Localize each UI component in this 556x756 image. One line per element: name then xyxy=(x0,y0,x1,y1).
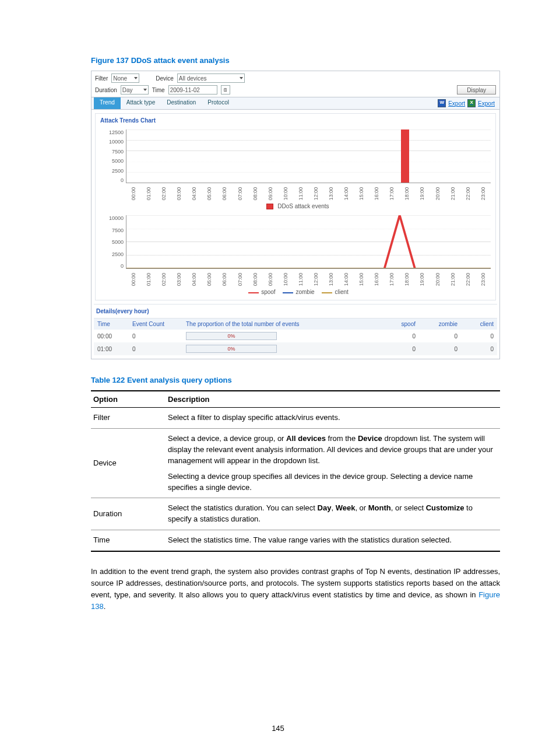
export-excel-link[interactable]: Export xyxy=(478,100,495,107)
table-row: Duration Select the statistics duration.… xyxy=(91,498,500,530)
time-input[interactable]: 2009-11-02 xyxy=(168,85,217,94)
device-label: Device xyxy=(156,75,174,82)
col-zombie: zombie xyxy=(419,318,461,330)
tab-destination[interactable]: Destination xyxy=(161,97,202,109)
body-paragraph: In addition to the event trend graph, th… xyxy=(91,566,500,613)
device-select[interactable]: All devices xyxy=(177,74,245,83)
col-option: Option xyxy=(91,391,166,408)
y-tick: 0 xyxy=(100,263,124,269)
details-title: Details(every hour) xyxy=(94,304,497,318)
screenshot-panel: Filter None Device All devices Duration … xyxy=(91,71,500,359)
line-chart-svg xyxy=(126,215,491,268)
tab-protocol[interactable]: Protocol xyxy=(202,97,235,109)
table-row: Filter Select a filter to display specif… xyxy=(91,408,500,429)
time-label: Time xyxy=(152,87,165,93)
legend-swatch xyxy=(266,204,273,209)
col-proportion: The proportion of the total number of ev… xyxy=(182,318,383,330)
table-row: 01:00 0 0% 0 0 0 xyxy=(94,342,497,355)
display-button[interactable]: Display xyxy=(457,85,496,94)
col-spoof: spoof xyxy=(383,318,419,330)
duration-value: Day xyxy=(122,87,133,93)
device-value: All devices xyxy=(179,75,207,82)
legend-label: client xyxy=(335,289,348,295)
calendar-icon[interactable]: 🗓 xyxy=(221,85,230,94)
export-word-link[interactable]: Export xyxy=(448,100,465,107)
table-row: Time Select the statistics time. The val… xyxy=(91,530,500,551)
export-excel-icon[interactable]: X xyxy=(467,99,476,107)
details-table: Time Event Count The proportion of the t… xyxy=(94,318,497,355)
export-word-icon[interactable]: W xyxy=(438,99,446,107)
y-tick: 2500 xyxy=(100,251,124,257)
filter-value: None xyxy=(113,75,127,82)
y-tick: 7500 xyxy=(100,228,124,233)
y-tick: 0 xyxy=(100,177,124,183)
chevron-down-icon xyxy=(143,89,147,91)
filter-select[interactable]: None xyxy=(111,74,139,83)
filter-label: Filter xyxy=(95,75,108,82)
table-row: Device Select a device, a device group, … xyxy=(91,429,500,498)
y-tick: 12500 xyxy=(100,130,124,135)
x-axis-ticks-line: 00:0001:0002:0003:0004:0005:0006:0007:00… xyxy=(126,271,491,288)
legend-label: zombie xyxy=(295,289,314,295)
legend-label: spoof xyxy=(261,289,275,295)
proportion-bar: 0% xyxy=(186,332,277,340)
chevron-down-icon xyxy=(240,77,243,79)
tab-attack-type[interactable]: Attack type xyxy=(121,97,161,109)
proportion-bar: 0% xyxy=(186,345,277,353)
y-tick: 2500 xyxy=(100,168,124,174)
table-row: 00:00 0 0% 0 0 0 xyxy=(94,330,497,342)
y-tick: 10000 xyxy=(100,215,124,221)
figure-title: Figure 137 DDoS attack event analysis xyxy=(91,56,500,65)
attack-trends-chart: Attack Trends Chart 12500 10000 7500 500… xyxy=(95,113,496,300)
y-tick: 7500 xyxy=(100,149,124,155)
col-time: Time xyxy=(94,318,129,330)
duration-select[interactable]: Day xyxy=(121,85,149,94)
duration-label: Duration xyxy=(95,87,117,93)
col-client: client xyxy=(461,318,497,330)
page-number: 145 xyxy=(0,724,556,733)
legend-line: spoof zombie client xyxy=(100,288,491,299)
col-description: Description xyxy=(166,391,500,408)
x-axis-ticks-bar: 00:0001:0002:0003:0004:0005:0006:0007:00… xyxy=(126,186,491,202)
y-tick: 10000 xyxy=(100,139,124,145)
bar-18 xyxy=(401,130,409,183)
details-section: Details(every hour) Time Event Count The… xyxy=(94,304,497,355)
col-event-count: Event Count xyxy=(129,318,182,330)
y-tick: 5000 xyxy=(100,158,124,164)
tab-trend[interactable]: Trend xyxy=(94,97,121,109)
table-title: Table 122 Event analysis query options xyxy=(91,376,500,384)
y-tick: 5000 xyxy=(100,239,124,245)
legend-label: DDoS attack events xyxy=(277,203,329,209)
chevron-down-icon xyxy=(134,77,138,79)
options-table: Option Description Filter Select a filte… xyxy=(91,390,500,552)
legend-bar: DDoS attack events xyxy=(100,202,491,213)
chart-title: Attack Trends Chart xyxy=(96,114,495,127)
